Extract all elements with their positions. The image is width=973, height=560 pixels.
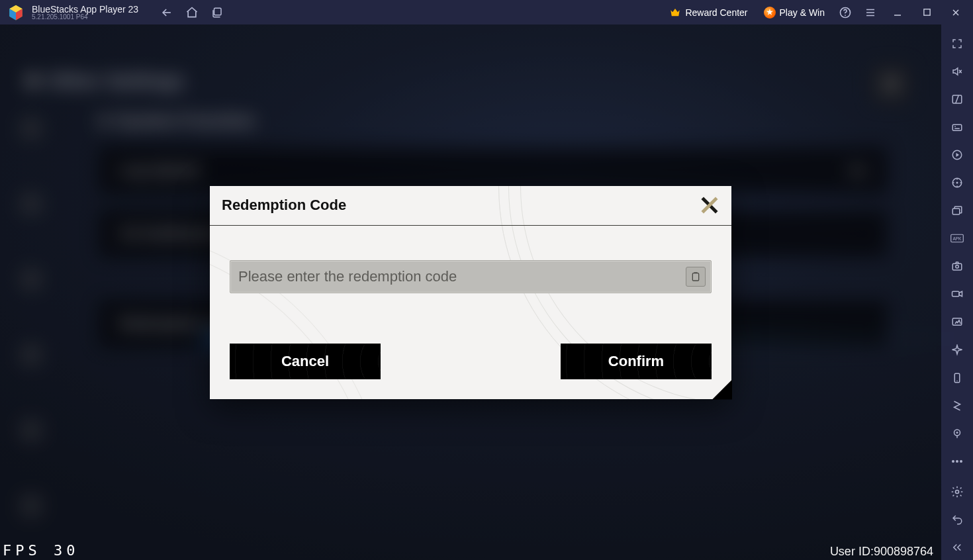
maximize-button[interactable] [913,0,940,24]
home-button[interactable] [181,1,203,24]
back-button[interactable] [156,1,178,24]
location-button[interactable] [944,421,970,446]
multi-instance-button[interactable] [944,198,970,223]
title-bar: BlueStacks App Player 23 5.21.205.1001 P… [0,0,973,24]
controls-editor-button[interactable] [944,115,970,140]
flame-icon: ★ [764,7,776,19]
reward-center-label: Reward Center [685,7,747,18]
play-and-win-label: Play & Win [780,7,825,18]
macro-recorder-button[interactable] [944,142,970,167]
svg-point-22 [952,460,954,463]
confirm-button-label: Confirm [608,353,664,370]
svg-point-23 [956,460,958,463]
svg-marker-8 [956,153,960,157]
svg-point-19 [956,380,958,381]
dialog-close-button[interactable] [698,194,721,216]
svg-point-24 [960,460,962,463]
close-window-button[interactable] [943,0,969,24]
bluestacks-logo-icon [7,3,25,22]
svg-point-10 [956,182,958,184]
side-toolbar: APK [941,24,973,560]
redemption-code-input[interactable] [230,261,686,293]
clipboard-icon [690,271,701,282]
app-name: BlueStacks App Player 23 [32,5,138,14]
record-button[interactable] [944,281,970,306]
svg-rect-6 [952,124,962,130]
game-viewport: Other Settings ✕ System Function Log Upl… [0,24,941,560]
cancel-button[interactable]: Cancel [230,344,381,379]
svg-rect-14 [952,264,962,271]
svg-point-21 [956,432,958,434]
shake-button[interactable] [944,393,970,418]
close-x-icon [700,195,719,215]
minimize-button[interactable] [884,0,911,24]
recents-button[interactable] [206,1,228,24]
collapse-toolbar-button[interactable] [944,535,970,560]
paste-button[interactable] [686,267,706,287]
rotate-button[interactable] [944,365,970,391]
fullscreen-button[interactable] [944,31,970,56]
keymapping-button[interactable] [944,87,970,112]
svg-rect-0 [214,8,222,15]
user-id-value: 900898764 [874,545,933,558]
redemption-code-field-wrap [230,260,712,293]
undo-button[interactable] [944,507,970,532]
svg-point-15 [956,265,959,269]
user-id-label: User ID:900898764 [830,545,933,559]
cancel-button-label: Cancel [281,353,329,370]
modal-backdrop: Redemption Code [0,24,941,560]
reward-center-button[interactable]: Reward Center [663,4,754,21]
svg-rect-3 [923,9,929,15]
sync-button[interactable] [944,170,970,195]
svg-point-25 [956,490,959,493]
help-button[interactable] [834,1,857,24]
volume-mute-button[interactable] [944,59,970,84]
settings-button[interactable] [944,479,970,504]
dialog-title: Redemption Code [222,197,346,214]
app-version: 5.21.205.1001 P64 [32,14,138,21]
redemption-code-dialog: Redemption Code [210,186,731,399]
more-button[interactable] [944,449,970,474]
svg-rect-16 [952,292,960,297]
title-text: BlueStacks App Player 23 5.21.205.1001 P… [32,5,138,21]
play-and-win-button[interactable]: ★ Play & Win [757,4,831,21]
crown-icon [669,7,681,19]
hamburger-menu-button[interactable] [859,1,882,24]
svg-text:APK: APK [953,236,962,241]
confirm-button[interactable]: Confirm [561,344,712,379]
svg-point-2 [845,15,846,16]
svg-rect-4 [692,273,698,280]
screenshot-button[interactable] [944,254,970,279]
apk-install-button[interactable]: APK [944,226,970,251]
svg-rect-11 [952,209,960,214]
fps-counter: FPS 30 [0,541,81,560]
